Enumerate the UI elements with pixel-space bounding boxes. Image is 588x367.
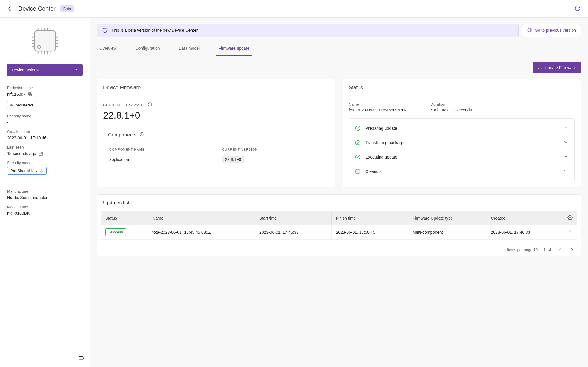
- component-name-header: COMPONENT NAME: [109, 148, 211, 151]
- beta-badge: Beta: [60, 5, 74, 12]
- col-status[interactable]: Status: [101, 211, 148, 225]
- device-actions-button[interactable]: Device actions: [7, 64, 83, 76]
- col-finish-time[interactable]: Finish time: [332, 211, 408, 225]
- banner-text: This is a beta version of the new Device…: [111, 28, 198, 33]
- chevron-down-icon: [563, 154, 569, 160]
- row-name: fota-2023-06-01T15:45:45.630Z: [148, 225, 255, 240]
- page-title: Device Center: [18, 5, 56, 12]
- items-per-page-label: Items per page: [507, 248, 532, 252]
- col-created[interactable]: Created: [487, 211, 563, 225]
- status-dot-icon: [10, 104, 13, 106]
- tabs: Overview Configuration Data model Firmwa…: [90, 42, 588, 56]
- security-mode-value: Pre-Shared Key: [10, 169, 38, 173]
- table-row[interactable]: Success fota-2023-06-01T15:45:45.630Z 20…: [101, 225, 577, 240]
- tab-firmware-update[interactable]: Firmware update: [216, 42, 252, 56]
- component-name-value: application: [109, 157, 211, 162]
- upload-icon: [538, 65, 542, 70]
- items-per-page-value[interactable]: 10: [534, 248, 538, 252]
- device-firmware-title: Device Firmware: [97, 79, 335, 96]
- svg-point-52: [570, 233, 571, 234]
- friendly-name-value: -: [7, 120, 83, 125]
- registered-label: Registered: [14, 103, 33, 107]
- tab-data-model[interactable]: Data model: [176, 42, 202, 56]
- svg-point-41: [150, 103, 150, 104]
- status-duration-label: Duration: [430, 102, 472, 106]
- step-executing[interactable]: Executing update: [349, 150, 574, 164]
- row-type: Multi-component: [408, 225, 487, 240]
- svg-point-51: [570, 231, 571, 232]
- tab-configuration[interactable]: Configuration: [133, 42, 162, 56]
- row-start: 2023-06-01, 17:46:33: [255, 225, 331, 240]
- svg-rect-1: [35, 31, 55, 51]
- step-transferring[interactable]: Transferring package: [349, 135, 574, 150]
- current-version-header: CURRENT VERSION: [222, 148, 323, 151]
- refresh-icon[interactable]: [574, 5, 581, 12]
- table-settings-button[interactable]: [563, 211, 577, 225]
- endpoint-name-label: Endpoint name: [7, 86, 83, 90]
- chevron-down-icon: [563, 125, 569, 131]
- endpoint-name-value: nrf9160dk: [7, 92, 25, 96]
- svg-point-50: [570, 230, 571, 231]
- model-name-label: Model name: [7, 205, 83, 209]
- security-mode-chip: Pre-Shared Key: [7, 167, 47, 175]
- svg-point-45: [356, 126, 360, 130]
- svg-point-46: [356, 140, 360, 145]
- col-name[interactable]: Name: [148, 211, 255, 225]
- creation-date-value: 2023-06-01, 17:19:46: [7, 136, 83, 140]
- updates-list-card: Updates list Status Name Start time Fini…: [97, 194, 581, 256]
- collapse-sidebar-icon[interactable]: [78, 355, 85, 362]
- col-update-type[interactable]: Firmware Update type: [408, 211, 487, 225]
- registration-status-pill: Registered: [7, 101, 36, 109]
- back-icon[interactable]: [7, 6, 14, 12]
- last-seen-label: Last seen: [7, 145, 83, 149]
- copy-icon[interactable]: [28, 92, 32, 96]
- component-row: application 22.8.1+0: [103, 154, 329, 170]
- page-range: 1 - 4: [544, 248, 551, 252]
- status-name-value: fota-2023-06-01T15:45:45.630Z: [349, 108, 407, 112]
- last-seen-value: 15 seconds ago: [7, 151, 36, 156]
- svg-point-44: [142, 133, 142, 133]
- firmware-version-value: 22.8.1+0: [103, 110, 329, 121]
- page-next-icon[interactable]: [569, 247, 575, 253]
- info-icon[interactable]: [139, 132, 144, 138]
- security-mode-label: Security mode: [7, 161, 83, 165]
- paginator: Items per page 10 1 - 4: [97, 243, 581, 256]
- svg-point-48: [356, 169, 360, 174]
- status-card-title: Status: [343, 79, 581, 96]
- step-label: Preparing update: [365, 126, 559, 131]
- row-status-badge: Success: [105, 228, 126, 236]
- tab-overview[interactable]: Overview: [97, 42, 119, 56]
- calendar-icon[interactable]: [39, 151, 43, 156]
- info-icon: [102, 27, 108, 33]
- row-finish: 2023-06-01, 17:50:45: [332, 225, 408, 240]
- components-title: Components: [108, 132, 136, 138]
- svg-point-35: [105, 29, 105, 29]
- status-steps: Preparing update Transferring package: [349, 118, 575, 181]
- previous-version-button[interactable]: Go to previous version: [522, 24, 581, 37]
- col-start-time[interactable]: Start time: [255, 211, 331, 225]
- previous-version-label: Go to previous version: [535, 28, 576, 33]
- beta-info-banner: This is a beta version of the new Device…: [97, 24, 519, 37]
- info-icon[interactable]: [148, 102, 152, 108]
- manufacturer-value: Nordic Semiconductor: [7, 195, 83, 200]
- chip-icon: [7, 25, 83, 57]
- step-label: Executing update: [365, 155, 559, 159]
- current-firmware-label: CURRENT FIRMWARE: [103, 103, 145, 107]
- page-prev-icon[interactable]: [557, 247, 563, 253]
- status-duration-value: 4 minutes, 12 seconds: [430, 108, 472, 112]
- arrow-circle-icon: [527, 27, 532, 34]
- step-preparing[interactable]: Preparing update: [349, 121, 574, 135]
- more-vertical-icon: [567, 231, 573, 235]
- updates-table: Status Name Start time Finish time Firmw…: [101, 211, 577, 240]
- step-cleanup[interactable]: Cleanup: [349, 164, 574, 179]
- row-more-button[interactable]: [563, 225, 577, 240]
- components-box: Components COMPONENT NAME CURRENT VERSIO…: [103, 127, 329, 170]
- check-circle-icon: [355, 140, 361, 146]
- check-circle-icon: [355, 169, 361, 174]
- check-circle-icon: [355, 125, 361, 131]
- device-firmware-card: Device Firmware CURRENT FIRMWARE 22.8.1+…: [97, 79, 335, 187]
- row-created: 2023-06-01, 17:46:33: [487, 225, 563, 240]
- status-name-label: Name: [349, 102, 407, 106]
- chevron-down-icon: [563, 168, 569, 174]
- update-firmware-button[interactable]: Update Firmware: [533, 62, 581, 73]
